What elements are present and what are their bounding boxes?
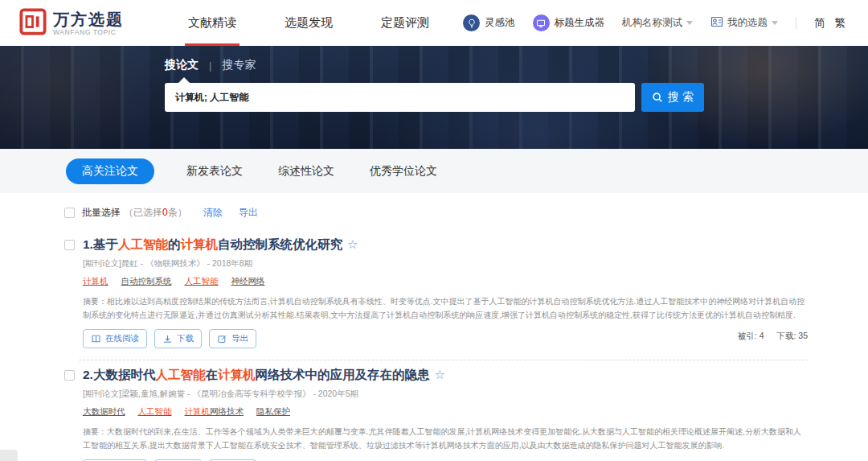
nav-item[interactable]: 定题评测 bbox=[357, 0, 453, 46]
paper-abstract: 摘要：大数据时代的到来,在生活、工作等各个领域为人类带来巨大的颠覆与变革.尤其伴… bbox=[83, 425, 808, 452]
wanfang-logo[interactable]: 万方选题 WANFANG TOPIC bbox=[19, 8, 124, 39]
logo-title: 万方选题 bbox=[53, 10, 124, 28]
book-button[interactable]: 在线阅读 bbox=[83, 329, 147, 348]
paper-list: 1.基于人工智能的计算机自动控制系统优化研究☆[期刊论文]晁虹 - 《物联网技术… bbox=[64, 232, 808, 461]
paper-tag[interactable]: 大数据时代 bbox=[83, 406, 125, 418]
org-name-test-label: 机构名称测试 bbox=[622, 16, 682, 30]
nav-item-label: 选题发现 bbox=[285, 15, 333, 31]
search-icon bbox=[652, 92, 663, 103]
download-button[interactable]: 下载 bbox=[154, 329, 202, 348]
chevron-down-icon bbox=[686, 21, 693, 25]
paper-abstract: 摘要：相比难以达到高精度控制结果的传统方法而言,计算机自动控制系统具有非线性、时… bbox=[83, 294, 808, 322]
paper-tag[interactable]: 人工智能 bbox=[138, 406, 172, 418]
title-generator-button[interactable]: 标题生成器 bbox=[533, 14, 605, 31]
paper-item: 2.大数据时代人工智能在计算机网络技术中的应用及存在的隐患☆[期刊论文]梁颖,童… bbox=[64, 362, 808, 461]
search-type-tabs: 搜论文 | 搜专家 bbox=[165, 58, 868, 72]
action-label: 在线阅读 bbox=[105, 333, 139, 344]
top-header: 万方选题 WANFANG TOPIC 文献精读选题发现定题评测 灵感池 标题生成… bbox=[0, 0, 868, 46]
profile-card-icon bbox=[710, 15, 723, 31]
cited-stat: 被引: 4 bbox=[738, 331, 764, 342]
export-button[interactable]: 导出 bbox=[209, 329, 256, 348]
filter-tab[interactable]: 新发表论文 bbox=[183, 158, 246, 184]
paper-tag[interactable]: 神经网络 bbox=[231, 276, 265, 287]
cited-label: 被引: bbox=[738, 331, 760, 340]
export-icon bbox=[217, 334, 227, 344]
result-filter-tabs: 高关注论文新发表论文综述性论文优秀学位论文 bbox=[0, 149, 868, 193]
nav-item-label: 文献精读 bbox=[188, 15, 236, 31]
abstract-text: 相比难以达到高精度控制结果的传统方法而言,计算机自动控制系统具有非线性、时变等优… bbox=[83, 297, 805, 319]
chevron-down-icon bbox=[772, 21, 778, 25]
tab-search-papers[interactable]: 搜论文 bbox=[165, 58, 199, 72]
lang-simplified-button[interactable]: 简 bbox=[814, 16, 825, 31]
selection-note: （已选择0条） bbox=[124, 206, 187, 220]
inspiration-pool-label: 灵感池 bbox=[485, 16, 515, 30]
filter-tab[interactable]: 综述性论文 bbox=[275, 158, 338, 184]
search-button-label: 搜 索 bbox=[668, 90, 694, 105]
paper-tag[interactable]: 隐私保护 bbox=[256, 406, 290, 418]
header-tools: 灵感池 标题生成器 机构名称测试 bbox=[463, 14, 845, 31]
my-topics-dropdown[interactable]: 我的选题 bbox=[710, 15, 778, 31]
paper-tag[interactable]: 计算机 bbox=[83, 276, 108, 287]
paper-tags: 计算机自动控制系统人工智能神经网络 bbox=[83, 276, 808, 287]
nav-item[interactable]: 文献精读 bbox=[164, 0, 260, 46]
nav-item-label: 定题评测 bbox=[381, 15, 429, 31]
search-input[interactable] bbox=[175, 92, 624, 103]
download-stat: 下载: 35 bbox=[776, 331, 808, 342]
paper-tag[interactable]: 人工智能 bbox=[185, 276, 219, 287]
abstract-text: 大数据时代的到来,在生活、工作等各个领域为人类带来巨大的颠覆与变革.尤其伴随着人… bbox=[83, 427, 801, 450]
paper-stats: 被引: 4下载: 35 bbox=[738, 331, 808, 342]
clear-selection-link[interactable]: 清除 bbox=[203, 206, 223, 220]
select-all-checkbox[interactable] bbox=[64, 208, 75, 218]
org-name-test-dropdown[interactable]: 机构名称测试 bbox=[622, 16, 693, 30]
batch-select-label: 批量选择 bbox=[82, 206, 121, 220]
paper-checkbox[interactable] bbox=[64, 240, 75, 250]
monitor-icon bbox=[533, 14, 550, 31]
result-list: 批量选择 （已选择0条） 清除 导出 1.基于人工智能的计算机自动控制系统优化研… bbox=[0, 193, 868, 461]
paper-tags: 大数据时代人工智能计算机网络技术隐私保护 bbox=[83, 406, 808, 418]
filter-tab[interactable]: 优秀学位论文 bbox=[366, 158, 440, 184]
tab-search-experts[interactable]: 搜专家 bbox=[222, 58, 256, 72]
wanfang-logo-icon bbox=[19, 8, 47, 39]
my-topics-label: 我的选题 bbox=[727, 16, 768, 30]
action-label: 导出 bbox=[231, 333, 248, 344]
filter-tab[interactable]: 高关注论文 bbox=[66, 158, 154, 184]
download-label: 下载: bbox=[776, 331, 798, 340]
paper-title[interactable]: 1.基于人工智能的计算机自动控制系统优化研究☆ bbox=[83, 237, 358, 253]
download-value: 35 bbox=[798, 331, 808, 340]
title-generator-label: 标题生成器 bbox=[555, 16, 605, 30]
lang-traditional-button[interactable]: 繁 bbox=[835, 16, 846, 31]
book-icon bbox=[91, 334, 101, 344]
paper-actions: 在线阅读下载导出 bbox=[83, 329, 256, 348]
search-box bbox=[165, 83, 635, 112]
export-selection-link[interactable]: 导出 bbox=[239, 206, 258, 220]
paper-title[interactable]: 2.大数据时代人工智能在计算机网络技术中的应用及存在的隐患☆ bbox=[83, 367, 445, 383]
paper-checkbox[interactable] bbox=[64, 370, 75, 381]
abstract-label: 摘要： bbox=[83, 427, 107, 436]
paper-divider bbox=[79, 360, 808, 360]
floating-widget[interactable] bbox=[0, 450, 18, 461]
main-nav: 文献精读选题发现定题评测 bbox=[164, 0, 453, 46]
batch-select-bar: 批量选择 （已选择0条） 清除 导出 bbox=[64, 193, 808, 232]
download-icon bbox=[162, 334, 173, 344]
bulb-icon bbox=[463, 14, 480, 31]
paper-tag[interactable]: 自动控制系统 bbox=[121, 276, 172, 287]
paper-meta: [期刊论文]晁虹 - 《物联网技术》 - 2018年8期 bbox=[83, 258, 808, 270]
paper-tag[interactable]: 计算机网络技术 bbox=[185, 406, 244, 418]
star-icon[interactable]: ☆ bbox=[434, 368, 444, 381]
hero-search-banner: 搜论文 | 搜专家 搜 索 bbox=[0, 46, 868, 149]
paper-meta: [期刊论文]梁颖,童旭,解婉誉 - 《昆明冶金高等专科学校学报》 - 2020年… bbox=[83, 389, 808, 400]
search-button[interactable]: 搜 索 bbox=[641, 83, 704, 112]
paper-item: 1.基于人工智能的计算机自动控制系统优化研究☆[期刊论文]晁虹 - 《物联网技术… bbox=[64, 232, 808, 358]
vertical-divider bbox=[796, 17, 796, 30]
cited-value: 4 bbox=[760, 331, 764, 340]
abstract-label: 摘要： bbox=[83, 297, 107, 306]
logo-subtitle: WANFANG TOPIC bbox=[53, 28, 124, 36]
star-icon[interactable]: ☆ bbox=[347, 237, 358, 251]
tab-divider: | bbox=[209, 60, 211, 72]
inspiration-pool-button[interactable]: 灵感池 bbox=[463, 14, 515, 31]
selected-count: 0 bbox=[162, 207, 168, 218]
action-label: 下载 bbox=[177, 333, 194, 344]
nav-item[interactable]: 选题发现 bbox=[260, 0, 357, 46]
